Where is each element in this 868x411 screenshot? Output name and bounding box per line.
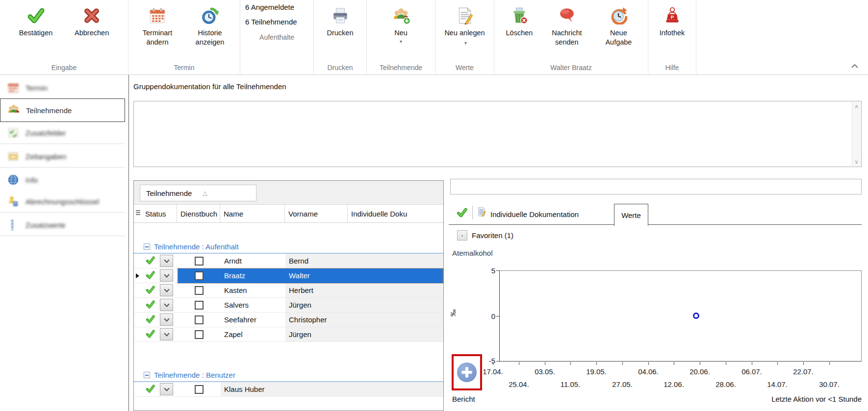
table-row-braatz-selected[interactable]: Braatz Walter — [134, 268, 443, 283]
vorname-cell[interactable]: Walter — [285, 268, 348, 283]
sidebar-item-zusatzfelder[interactable]: Zusatzfelder — [0, 122, 125, 144]
dienstbuch-checkbox[interactable] — [195, 385, 204, 394]
status-dropdown[interactable] — [160, 299, 173, 311]
scroll-down-icon[interactable] — [852, 158, 861, 165]
column-header-name[interactable]: Name — [220, 205, 285, 222]
scroll-up-icon[interactable] — [852, 103, 861, 110]
status-dropdown[interactable] — [160, 269, 173, 282]
add-value-plus-button[interactable] — [457, 363, 477, 382]
name-cell[interactable]: Arndt — [221, 254, 285, 268]
dienstbuch-checkbox[interactable] — [195, 271, 204, 280]
ribbon-group-hilfe: P Infothek Hilfe — [648, 0, 696, 74]
confirm-check-icon[interactable] — [457, 207, 467, 220]
individuelle-doku-cell[interactable] — [348, 382, 444, 397]
collapse-group-icon[interactable] — [144, 243, 150, 250]
group-by-chip-teilnehmende[interactable]: Teilnehmende — [140, 185, 256, 201]
favorites-collapse-button[interactable]: - — [457, 230, 467, 241]
dienstbuch-checkbox[interactable] — [195, 301, 204, 310]
individuelle-doku-cell[interactable] — [348, 283, 444, 298]
table-row-kasten[interactable]: Kasten Herbert — [134, 283, 443, 298]
individuelle-doku-cell[interactable] — [348, 298, 444, 313]
neue-aufgabe-button[interactable]: Neue Aufgabe — [598, 4, 639, 48]
collapse-group-icon[interactable] — [144, 372, 150, 378]
individuelle-doku-cell[interactable] — [348, 313, 444, 327]
vorname-cell[interactable]: Christopher — [285, 313, 348, 327]
column-header-vorname[interactable]: Vorname — [285, 205, 348, 222]
infothek-button[interactable]: P Infothek — [657, 4, 688, 39]
status-cell — [142, 298, 178, 313]
status-check-icon — [146, 314, 155, 325]
ribbon-toolbar: Bestätigen Abbrechen Eingabe Terminart ä… — [0, 0, 868, 75]
status-cell — [142, 283, 178, 298]
individuelle-doku-cell[interactable] — [348, 254, 444, 268]
status-dropdown[interactable] — [160, 255, 173, 267]
status-dropdown[interactable] — [160, 383, 173, 395]
table-row-salvers[interactable]: Salvers Jürgen — [134, 298, 443, 313]
group-documentation-textarea[interactable] — [133, 101, 862, 167]
ribbon-group-label: Eingabe — [0, 63, 128, 74]
ribbon-group-label: Hilfe — [648, 63, 696, 74]
ribbon-group-label: Werte — [435, 63, 494, 74]
chart-data-point[interactable] — [693, 313, 699, 319]
vertical-scrollbar[interactable] — [852, 102, 861, 166]
sidebar-item-teilnehmende[interactable]: Teilnehmende — [0, 98, 125, 122]
table-row-arndt[interactable]: Arndt Bernd — [134, 254, 443, 268]
name-cell[interactable]: Seefahrer — [221, 313, 285, 327]
name-cell[interactable]: Braatz — [221, 268, 285, 283]
x-tick-mark — [803, 362, 804, 365]
dropdown-arrow-icon[interactable] — [464, 38, 467, 47]
vorname-cell[interactable]: Herbert — [285, 283, 348, 298]
dienstbuch-checkbox[interactable] — [195, 257, 204, 266]
individuelle-doku-cell[interactable] — [348, 268, 444, 283]
button-label: Bestätigen — [19, 28, 53, 38]
status-dropdown[interactable] — [160, 314, 173, 326]
column-header-status[interactable]: Status — [142, 205, 177, 222]
button-label: Terminart ändern — [138, 28, 177, 47]
neu-anlegen-button[interactable]: Neu anlegen — [440, 4, 489, 48]
vorname-cell[interactable]: Bernd — [285, 254, 348, 268]
sidebar-item-label: Zusatzfelder — [26, 129, 66, 137]
individuelle-doku-cell[interactable] — [348, 327, 444, 342]
status-dropdown[interactable] — [160, 328, 173, 340]
x-tick-mark — [700, 362, 700, 365]
column-header-individuelle-doku[interactable]: Individuelle Doku — [348, 205, 444, 222]
column-header-dienstbuch[interactable]: Dienstbuch — [177, 205, 220, 222]
status-dropdown[interactable] — [160, 284, 173, 296]
name-cell[interactable]: Zapel — [221, 327, 285, 342]
name-cell[interactable]: Klaus Huber — [221, 382, 285, 397]
table-row-seefahrer[interactable]: Seefahrer Christopher — [134, 313, 443, 327]
abbrechen-button[interactable]: Abbrechen — [72, 4, 112, 39]
table-row-zapel[interactable]: Zapel Jürgen — [134, 327, 443, 342]
table-row-klaus-huber[interactable]: Klaus Huber — [134, 382, 443, 397]
historie-anzeigen-button[interactable]: Historie anzeigen — [186, 4, 233, 48]
vorname-cell[interactable]: Jürgen — [285, 327, 348, 342]
tab-bar-separator — [472, 206, 473, 219]
neu-button[interactable]: Neu — [389, 4, 413, 45]
dienstbuch-checkbox[interactable] — [195, 286, 204, 295]
drucken-button[interactable]: Drucken — [324, 4, 357, 39]
name-cell[interactable]: Kasten — [221, 283, 285, 298]
bericht-link[interactable]: Bericht — [452, 395, 475, 403]
sidebar-item-info[interactable]: Info — [0, 169, 125, 191]
status-cell — [142, 382, 178, 397]
name-cell[interactable]: Salvers — [221, 298, 285, 313]
sidebar-item-zeitangaben[interactable]: Zeitangaben — [0, 145, 125, 168]
tab-werte[interactable]: Werte — [614, 204, 648, 226]
vorname-cell[interactable] — [285, 382, 348, 397]
vorname-cell[interactable]: Jürgen — [285, 298, 348, 313]
collapse-ribbon-chevron-up-icon[interactable] — [850, 63, 859, 70]
sidebar-item-termin[interactable]: Termin — [0, 77, 125, 99]
terminart-aendern-button[interactable]: Terminart ändern — [135, 4, 180, 48]
dienstbuch-checkbox[interactable] — [195, 330, 204, 339]
status-cell — [142, 313, 178, 327]
dienstbuch-checkbox[interactable] — [195, 315, 204, 324]
sidebar-item-abrechnungsschluessel[interactable]: Abrechnungsschlüssel — [0, 191, 125, 213]
nachricht-senden-button[interactable]: Nachricht senden — [544, 4, 589, 48]
loeschen-button[interactable]: Löschen — [503, 4, 536, 39]
values-filter-input[interactable] — [450, 179, 862, 194]
tab-individuelle-dokumentation[interactable]: Individuelle Dokumentation — [490, 210, 579, 218]
bestaetigen-button[interactable]: Bestätigen — [16, 4, 56, 39]
sidebar-item-zusatzwerte[interactable]: Zusatzwerte — [0, 214, 125, 236]
dropdown-arrow-icon[interactable] — [400, 39, 402, 44]
x-tick-mark — [726, 362, 726, 365]
